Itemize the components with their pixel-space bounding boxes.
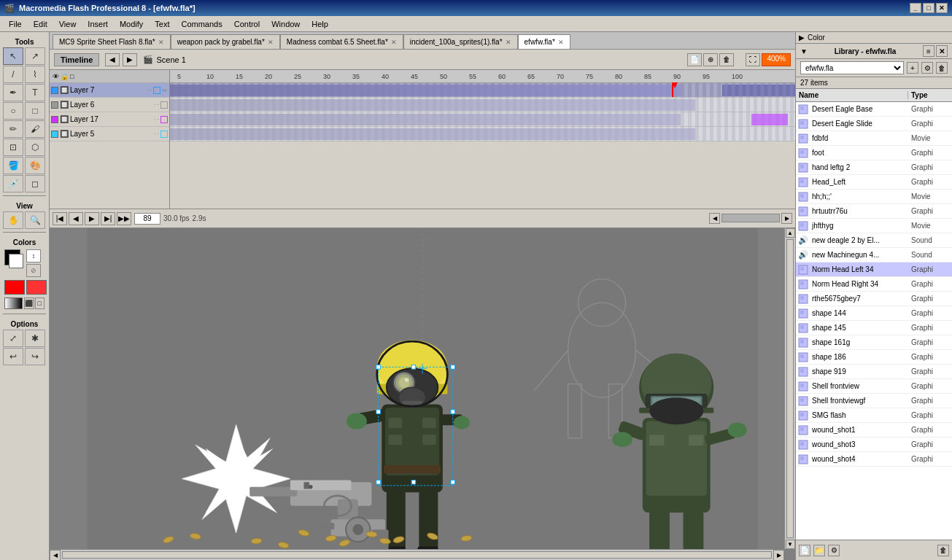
layer-7-vis[interactable]: · [147,87,149,93]
tab-madness-close[interactable]: ✕ [391,39,397,46]
library-item-16[interactable]: shape 161gGraphi [796,335,952,350]
freexform-tool[interactable]: ⊡ [3,139,23,156]
canvas-scroll-down[interactable]: ▼ [786,540,795,549]
library-close-btn[interactable]: ✕ [936,45,948,57]
add-layer-btn[interactable]: ⊕ [703,53,718,66]
ink-tool[interactable]: 🪣 [3,157,23,174]
tab-mc9-close[interactable]: ✕ [158,39,164,46]
library-filename-select[interactable]: efwfw.fla [800,61,904,74]
library-item-22[interactable]: wound_shot1Graphi [796,423,952,438]
arrow-tool[interactable]: ↖ [3,47,23,65]
library-item-1[interactable]: Desert Eagle SlideGraphi [796,117,952,131]
layer-6-track[interactable] [170,98,795,112]
library-item-15[interactable]: shape 145Graphi [796,321,952,335]
library-item-13[interactable]: rthe5675gbey7Graphi [796,292,952,306]
del-layer-btn[interactable]: 🗑 [719,53,734,66]
library-item-2[interactable]: fdbfdMovie [796,131,952,146]
zoom-indicator[interactable]: 400% [762,53,791,66]
layer-6-outline[interactable] [160,101,168,109]
lib-foot-del[interactable]: 🗑 [937,545,949,556]
tab-incident-close[interactable]: ✕ [506,39,511,46]
library-options-btn[interactable]: ≡ [923,45,934,57]
zoom-tool[interactable]: 🔍 [25,211,45,229]
canvas-area[interactable]: ◀ ▶ ▲ ▼ [50,228,795,560]
red2-color-preset[interactable] [26,280,47,295]
library-item-23[interactable]: wound_shot3Graphi [796,438,952,452]
library-item-11[interactable]: Norm Head Left 34Graphi [796,262,952,277]
option-btn-3[interactable]: ↩ [3,348,23,365]
layer-17-lock[interactable]: · [158,116,159,122]
layer-7-track[interactable] [170,83,795,98]
close-button[interactable]: ✕ [936,3,948,13]
rect-tool[interactable]: □ [25,102,45,120]
menu-text[interactable]: Text [149,18,175,30]
library-item-14[interactable]: shape 144Graphi [796,306,952,321]
tab-mc9[interactable]: MC9 Sprite Sheet Flash 8.fla* ✕ [53,34,171,49]
pen-tool[interactable]: ✒ [3,84,23,101]
library-item-6[interactable]: hh;h;;'Movie [796,190,952,204]
library-item-8[interactable]: jhfthygMovie [796,219,952,233]
eraser-tool[interactable]: ◻ [25,175,45,192]
menu-control[interactable]: Control [228,18,266,30]
library-col-type[interactable]: Type [908,91,952,99]
text-tool[interactable]: T [25,84,45,101]
library-item-4[interactable]: hand leftg 2Graphi [796,160,952,175]
library-col-name[interactable]: Name [796,91,908,99]
menu-view[interactable]: View [53,18,82,30]
eyedropper-tool[interactable]: 💉 [3,175,23,192]
layer-7-lock[interactable]: · [150,87,152,93]
library-item-7[interactable]: hrtuutrr76uGraphi [796,204,952,219]
minimize-button[interactable]: _ [910,3,921,13]
layer-5-vis[interactable]: · [155,131,156,137]
titlebar-controls[interactable]: _ □ ✕ [910,3,948,13]
paint-bucket[interactable]: 🎨 [25,157,45,174]
menu-commands[interactable]: Commands [175,18,228,30]
tab-madness[interactable]: Madness combat 6.5 Sheet.fla* ✕ [280,34,403,49]
oval-tool[interactable]: ○ [3,102,23,120]
layer-row-6[interactable]: 🔲 Layer 6 · · [50,98,169,112]
layer-row-5[interactable]: 🔲 Layer 5 · · [50,127,169,141]
library-list[interactable]: Desert Eagle BaseGraphiDesert Eagle Slid… [796,102,952,540]
lasso-tool[interactable]: ⌇ [25,66,45,83]
line-tool[interactable]: / [3,66,23,83]
tab-incident[interactable]: incident_100a_sprites(1).fla* ✕ [403,34,518,49]
option-btn-2[interactable]: ✱ [25,330,45,347]
lib-foot-prop[interactable]: ⚙ [828,545,840,556]
subselect-tool[interactable]: ↗ [25,47,45,65]
option-btn-1[interactable]: ⤢ [3,330,23,347]
layer-6-vis[interactable]: · [155,101,156,108]
prev-frame-btn[interactable]: ◀ [69,212,83,225]
tab-efwfw-close[interactable]: ✕ [558,39,564,46]
gradient-preset[interactable] [4,298,23,309]
menu-file[interactable]: File [3,18,28,30]
fill-tool[interactable]: ⬡ [25,139,45,156]
layer-row-7[interactable]: 🔲 Layer 7 · · ✏ [50,83,169,98]
layer-5-outline[interactable] [160,131,168,138]
tab-weapon[interactable]: weapon pack by grabel.fla* ✕ [171,34,280,49]
color-icon-btn-1[interactable]: ⬛ [24,298,34,309]
pencil-tool[interactable]: ✏ [3,120,23,138]
tab-weapon-close[interactable]: ✕ [268,39,274,46]
layer-6-lock[interactable]: · [158,101,159,108]
tl-scroll-left[interactable]: ◀ [709,213,720,224]
last-frame-btn[interactable]: ▶▶ [117,212,131,225]
library-item-9[interactable]: 🔊new deagle 2 by El...Sound [796,233,952,248]
menu-edit[interactable]: Edit [28,18,53,30]
library-item-3[interactable]: footGraphi [796,146,952,160]
canvas-vscroll-thumb[interactable] [786,239,794,538]
lib-foot-new[interactable]: 📄 [799,545,810,556]
canvas-scroll-up[interactable]: ▲ [786,228,795,238]
next-frame-btn[interactable]: ▶| [101,212,115,225]
tl-scroll-right[interactable]: ▶ [781,213,792,224]
library-prop-btn[interactable]: ⚙ [921,62,933,74]
hand-tool[interactable]: ✋ [3,211,23,229]
library-item-17[interactable]: shape 186Graphi [796,350,952,365]
layer-7-outline[interactable] [153,87,160,94]
play-btn[interactable]: ▶ [85,212,99,225]
library-item-10[interactable]: 🔊new Machinegun 4...Sound [796,248,952,262]
library-item-19[interactable]: Shell frontviewGraphi [796,379,952,394]
red-color-preset[interactable] [4,280,25,295]
library-item-21[interactable]: SMG flashGraphi [796,408,952,423]
layer-5-lock[interactable]: · [158,131,159,137]
scene-indicator[interactable]: 🎬 Scene 1 [143,55,185,64]
